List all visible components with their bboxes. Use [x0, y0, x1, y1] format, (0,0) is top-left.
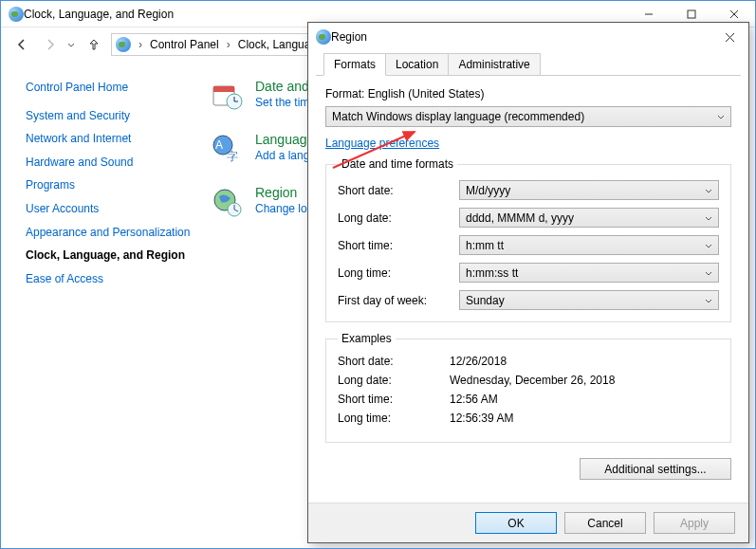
- tab-location[interactable]: Location: [385, 53, 449, 75]
- short-time-select[interactable]: h:mm tt: [459, 235, 719, 255]
- ex-short-time-value: 12:56 AM: [450, 393, 498, 406]
- long-date-select[interactable]: dddd, MMMM d, yyyy: [459, 208, 719, 228]
- ex-short-time-label: Short time:: [338, 393, 450, 406]
- format-dropdown[interactable]: Match Windows display language (recommen…: [325, 106, 731, 127]
- chevron-right-icon[interactable]: ›: [225, 38, 232, 51]
- sidebar-home[interactable]: Control Panel Home: [26, 81, 191, 96]
- chevron-right-icon[interactable]: ›: [137, 38, 144, 51]
- examples-legend: Examples: [338, 332, 396, 345]
- ex-long-date-label: Long date:: [338, 374, 450, 387]
- svg-rect-1: [688, 10, 695, 18]
- svg-text:A: A: [215, 138, 223, 152]
- format-label: Format: English (United States): [325, 87, 731, 101]
- short-date-label: Short date:: [338, 184, 459, 197]
- ok-button[interactable]: OK: [475, 512, 557, 534]
- region-icon: [210, 185, 244, 219]
- dialog-close-button[interactable]: [714, 26, 745, 48]
- examples-group: Examples Short date: 12/26/2018 Long dat…: [325, 332, 731, 443]
- datetime-formats-legend: Date and time formats: [338, 157, 457, 171]
- sidebar-item-clock[interactable]: Clock, Language, and Region: [26, 248, 191, 264]
- sidebar-item-ease[interactable]: Ease of Access: [26, 272, 191, 287]
- breadcrumb-icon: [116, 37, 131, 52]
- ex-long-time-label: Long time:: [338, 412, 450, 425]
- svg-rect-5: [213, 86, 234, 92]
- short-date-select[interactable]: M/d/yyyy: [459, 180, 719, 200]
- additional-settings-button[interactable]: Additional settings...: [580, 458, 731, 480]
- tab-row: Formats Location Administrative: [316, 51, 741, 76]
- tab-content: Format: English (United States) Match Wi…: [308, 76, 748, 503]
- sidebar-item-network[interactable]: Network and Internet: [26, 132, 191, 147]
- language-preferences-link[interactable]: Language preferences: [325, 137, 439, 150]
- sidebar: Control Panel Home System and Security N…: [1, 62, 200, 548]
- long-date-label: Long date:: [338, 211, 459, 225]
- long-time-label: Long time:: [338, 266, 459, 280]
- dialog-titlebar: Region: [308, 23, 748, 51]
- region-dialog: Region Formats Location Administrative F…: [307, 22, 749, 543]
- region-dialog-icon: [316, 29, 331, 45]
- sidebar-item-hardware[interactable]: Hardware and Sound: [26, 156, 191, 171]
- chevron-down-icon: [705, 239, 712, 252]
- window-title: Clock, Language, and Region: [24, 8, 627, 21]
- tab-formats[interactable]: Formats: [323, 53, 386, 76]
- chevron-down-icon: [705, 294, 712, 307]
- first-day-label: First day of week:: [338, 294, 459, 307]
- forward-button[interactable]: [39, 33, 62, 56]
- chevron-down-icon: [717, 110, 725, 123]
- ex-short-date-label: Short date:: [338, 355, 450, 368]
- apply-button[interactable]: Apply: [654, 512, 735, 534]
- datetime-formats-group: Date and time formats Short date: M/d/yy…: [325, 157, 731, 322]
- sidebar-item-users[interactable]: User Accounts: [26, 202, 191, 217]
- back-button[interactable]: [10, 33, 33, 56]
- long-time-select[interactable]: h:mm:ss tt: [459, 263, 719, 283]
- tab-administrative[interactable]: Administrative: [448, 53, 540, 75]
- chevron-down-icon: [705, 184, 712, 197]
- ex-long-time-value: 12:56:39 AM: [450, 412, 513, 425]
- up-button[interactable]: [83, 33, 105, 56]
- dialog-title: Region: [331, 30, 714, 44]
- datetime-icon: [210, 79, 244, 113]
- cancel-button[interactable]: Cancel: [564, 512, 646, 534]
- control-panel-icon: [9, 7, 24, 22]
- sidebar-item-system[interactable]: System and Security: [26, 109, 191, 124]
- language-icon: 字 A: [210, 132, 244, 166]
- format-dropdown-value: Match Windows display language (recommen…: [332, 110, 584, 123]
- dialog-button-row: OK Cancel Apply: [308, 503, 748, 542]
- chevron-down-icon: [705, 211, 712, 225]
- history-dropdown[interactable]: [67, 38, 77, 51]
- svg-text:字: 字: [227, 150, 238, 163]
- sidebar-item-appearance[interactable]: Appearance and Personalization: [26, 226, 191, 241]
- ex-short-date-value: 12/26/2018: [450, 355, 507, 368]
- first-day-select[interactable]: Sunday: [459, 290, 719, 310]
- chevron-down-icon: [705, 266, 712, 280]
- breadcrumb-root[interactable]: Control Panel: [146, 36, 223, 53]
- short-time-label: Short time:: [338, 239, 459, 252]
- ex-long-date-value: Wednesday, December 26, 2018: [450, 374, 615, 387]
- sidebar-item-programs[interactable]: Programs: [26, 178, 191, 193]
